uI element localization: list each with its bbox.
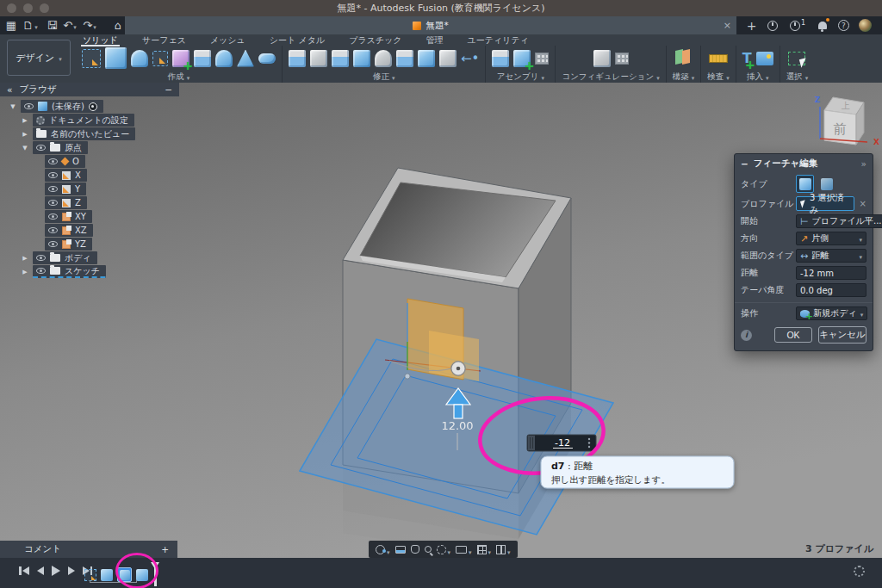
split-body-icon[interactable] <box>396 50 413 67</box>
save-icon[interactable]: 🖫 <box>45 18 60 33</box>
browser-item-y-axis[interactable]: Y <box>45 183 179 195</box>
type-thin-extrude[interactable] <box>821 178 833 190</box>
app-menu-icon[interactable]: ▦ <box>3 18 19 33</box>
browser-item-z-axis[interactable]: Z <box>45 196 179 209</box>
construct-menu[interactable]: 構築 <box>673 71 695 83</box>
orbit-icon[interactable] <box>376 542 390 558</box>
select-menu[interactable]: 選択 <box>786 71 809 83</box>
browser-item-x-axis[interactable]: X <box>45 169 179 182</box>
move-copy-icon[interactable] <box>418 50 435 67</box>
distance-input-value[interactable]: -12 <box>555 437 570 449</box>
extent-type-dropdown[interactable]: ↔ 距離 <box>796 249 866 263</box>
insert-text-icon[interactable]: T <box>742 50 752 66</box>
fillet-icon[interactable] <box>310 50 327 67</box>
close-window-button[interactable] <box>7 3 16 13</box>
pipe-icon[interactable] <box>258 53 276 64</box>
visibility-eye-icon[interactable] <box>48 158 58 164</box>
new-tab-icon[interactable]: + <box>744 18 759 33</box>
select-window-icon[interactable] <box>788 52 805 65</box>
browser-item-xz-plane[interactable]: XZ <box>45 224 179 237</box>
pan-icon[interactable] <box>411 545 419 554</box>
configure-icon[interactable] <box>593 50 611 67</box>
play-button[interactable] <box>52 566 60 576</box>
session-clock-icon[interactable]: 1 <box>787 18 802 33</box>
visibility-eye-icon[interactable] <box>36 268 46 274</box>
undo-feature-icon[interactable]: ←• <box>461 51 479 66</box>
browser-item-document[interactable]: ▼ (未保存) <box>9 100 179 113</box>
construct-plane-icon[interactable] <box>674 50 692 67</box>
distance-field[interactable]: -12 mm <box>796 266 866 280</box>
new-component-icon[interactable] <box>492 50 509 67</box>
configuration-menu[interactable]: コンフィギュレーション <box>562 71 659 83</box>
extrude-icon[interactable] <box>105 47 127 69</box>
capture-position-icon[interactable] <box>89 102 97 111</box>
visibility-eye-icon[interactable] <box>48 214 58 220</box>
operation-dropdown[interactable]: 新規ボディ <box>796 306 867 320</box>
job-status-icon[interactable] <box>765 18 780 33</box>
visibility-eye-icon[interactable] <box>48 241 58 247</box>
tab-mesh[interactable]: メッシュ <box>208 34 247 46</box>
profile-selection-chip[interactable]: 3 選択済み <box>796 196 854 211</box>
revolve-icon[interactable] <box>131 50 148 67</box>
ok-button[interactable]: OK <box>774 327 812 343</box>
clear-selection-icon[interactable]: × <box>860 199 866 208</box>
browser-item-sketches[interactable]: ▶ スケッチ <box>21 265 179 278</box>
workspace-switcher[interactable]: デザイン <box>7 40 71 76</box>
rib-icon[interactable] <box>237 50 254 67</box>
primitive-box-icon[interactable] <box>172 50 189 67</box>
tab-sheetmetal[interactable]: シート メタル <box>268 34 326 46</box>
shell-icon[interactable] <box>332 50 349 67</box>
display-settings-icon[interactable] <box>456 542 472 558</box>
redo-icon[interactable]: ↷▾ <box>82 18 97 33</box>
replace-face-icon[interactable] <box>439 50 457 67</box>
tab-surface[interactable]: サーフェス <box>140 34 188 46</box>
browser-item-yz-plane[interactable]: YZ <box>45 238 179 251</box>
go-to-start-button[interactable] <box>19 566 29 575</box>
file-menu-icon[interactable]: 🗋▾ <box>22 18 38 33</box>
joint-icon[interactable] <box>513 50 531 67</box>
offset-face-icon[interactable] <box>375 50 392 67</box>
browser-item-origin[interactable]: ▼ 原点 <box>21 141 179 154</box>
notifications-bell-icon[interactable] <box>815 18 829 33</box>
visibility-eye-icon[interactable] <box>48 200 58 206</box>
help-icon[interactable]: ? <box>836 18 851 33</box>
create-sketch-icon[interactable] <box>82 49 101 68</box>
press-pull-icon[interactable] <box>289 50 306 67</box>
taper-angle-field[interactable]: 0.0 deg <box>796 283 866 297</box>
browser-item-named-views[interactable]: ▶ 名前の付いたビュー <box>21 127 179 140</box>
visibility-eye-icon[interactable] <box>36 255 46 261</box>
measure-icon[interactable] <box>709 54 728 63</box>
add-comment-icon[interactable]: + <box>161 544 169 554</box>
insert-menu[interactable]: 挿入 <box>747 71 769 83</box>
collapse-panel-icon[interactable]: « <box>7 84 12 95</box>
zoom-icon[interactable] <box>425 546 432 553</box>
close-tab-icon[interactable]: × <box>724 20 731 31</box>
visibility-eye-icon[interactable] <box>24 103 34 109</box>
collapse-dialog-icon[interactable]: − <box>741 158 748 169</box>
type-extrude-selected[interactable] <box>796 175 814 193</box>
loft-icon[interactable] <box>215 50 233 67</box>
comments-bar[interactable]: コメント + <box>0 541 177 558</box>
derive-icon[interactable] <box>152 51 168 66</box>
expand-dialog-icon[interactable]: » <box>861 158 866 169</box>
viewports-icon[interactable] <box>496 542 511 558</box>
user-avatar[interactable] <box>858 18 873 33</box>
visibility-eye-icon[interactable] <box>48 186 58 192</box>
visibility-eye-icon[interactable] <box>48 172 58 178</box>
browser-item-document-settings[interactable]: ▶ ドキュメントの設定 <box>21 114 179 127</box>
create-menu[interactable]: 作成 <box>168 71 190 83</box>
direction-dropdown[interactable]: ↗ 片側 <box>796 232 866 245</box>
timeline-extrude-feature-1[interactable] <box>101 569 113 581</box>
visibility-eye-icon[interactable] <box>36 145 46 151</box>
inspect-menu[interactable]: 検査 <box>707 71 730 83</box>
sweep-icon[interactable] <box>194 50 211 67</box>
input-menu-dots-icon[interactable] <box>588 438 590 448</box>
minimize-window-button[interactable] <box>23 3 33 13</box>
timeline-settings-gear-icon[interactable] <box>854 566 865 577</box>
grid-settings-icon[interactable] <box>477 542 492 558</box>
info-icon[interactable]: i <box>741 330 752 341</box>
browser-item-xy-plane[interactable]: XY <box>45 210 179 223</box>
browser-item-bodies[interactable]: ▶ ボディ <box>21 251 179 264</box>
bom-icon[interactable] <box>535 53 549 65</box>
combine-icon[interactable] <box>353 50 370 67</box>
